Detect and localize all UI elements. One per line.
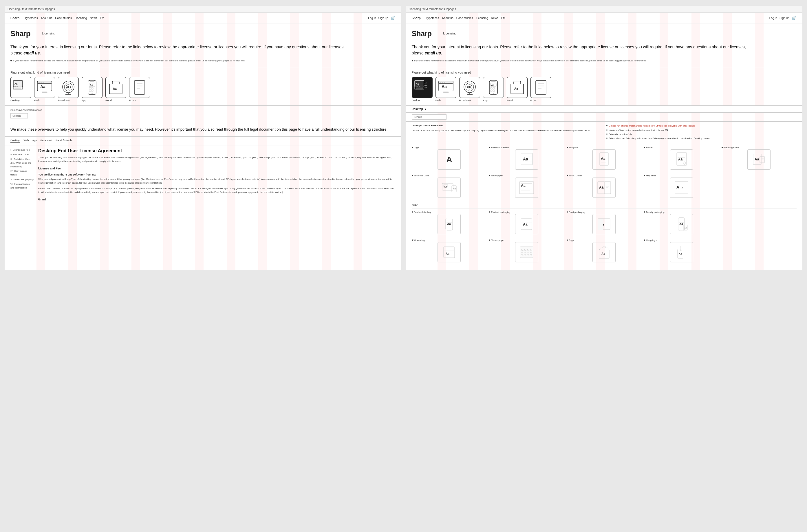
nav-right-left: Log in Sign up 🛒 xyxy=(368,16,395,20)
license-app-left[interactable]: Aa App xyxy=(82,77,102,102)
left-panel-label: Licensing / text formats for subpages xyxy=(5,6,401,13)
nav-typefaces-left[interactable]: Typefaces xyxy=(25,17,38,20)
nav-licensing-right[interactable]: Licensing xyxy=(476,17,488,20)
svg-rect-28 xyxy=(89,90,91,92)
use-case-woven-tag: Woven tag Aa xyxy=(412,239,487,264)
brand-name-left: Sharp xyxy=(11,29,31,38)
nav-cart-right[interactable]: 🛒 xyxy=(792,16,796,20)
toc-text-4: Copying and transfer xyxy=(11,170,27,176)
nav-typefaces-right[interactable]: Typefaces xyxy=(426,17,439,20)
nav-news-left[interactable]: News xyxy=(90,17,97,20)
license-app-box-left[interactable]: Aa xyxy=(82,77,102,98)
svg-text:Aa: Aa xyxy=(442,84,447,89)
license-app-box-right[interactable]: Aa xyxy=(483,77,504,98)
license-desktop-left[interactable]: Aa Aa Aa Desktop xyxy=(11,77,31,102)
svg-text:Aa: Aa xyxy=(514,87,518,90)
license-broadcast-box-right[interactable]: Aa xyxy=(459,77,480,98)
svg-text:Aa: Aa xyxy=(453,187,456,190)
nav-signup-right[interactable]: Sign up xyxy=(780,17,789,20)
overview-controls-left xyxy=(11,113,396,118)
svg-rect-29 xyxy=(92,90,93,92)
nav-login-right[interactable]: Log in xyxy=(769,17,777,20)
tab-desktop-left[interactable]: Desktop xyxy=(11,139,20,143)
license-epub-left[interactable]: E pub xyxy=(129,77,150,102)
hero-notice-left: If your licensing requirements exceed th… xyxy=(11,59,396,62)
nav-aboutus-right[interactable]: About us xyxy=(442,17,453,20)
license-desktop-right[interactable]: Aa Aa Aa Aa Aa Aa Desktop xyxy=(412,77,433,102)
license-retail-right[interactable]: Aa Retail xyxy=(507,77,527,102)
nav-right-right: Log in Sign up 🛒 xyxy=(769,16,796,20)
allowance-text-1: Limited run of retail merchandise items … xyxy=(609,124,695,128)
license-broadcast-right[interactable]: Aa Broadcast xyxy=(459,77,480,102)
toc-item-2[interactable]: II Permitted Uses xyxy=(11,153,34,157)
toc-item-5[interactable]: V intellectual property xyxy=(11,178,34,182)
license-desktop-box-left[interactable]: Aa Aa Aa xyxy=(11,77,31,98)
nav-licensing-left[interactable]: Licensing xyxy=(75,17,87,20)
nav-signup-left[interactable]: Sign up xyxy=(379,17,388,20)
svg-rect-93 xyxy=(760,156,765,163)
svg-rect-109 xyxy=(604,182,611,194)
nav-news-right[interactable]: News xyxy=(491,17,498,20)
license-epub-right[interactable]: E pub xyxy=(531,77,551,102)
nav-login-left[interactable]: Log in xyxy=(368,17,376,20)
toc-item-3[interactable]: III Prohibited Uses (i.e., What Does are… xyxy=(11,157,34,169)
svg-text:a: a xyxy=(681,187,684,190)
use-case-logo: Logo A xyxy=(412,146,487,171)
license-desktop-box-right[interactable]: Aa Aa Aa Aa Aa Aa xyxy=(412,77,433,98)
license-epub-box-left[interactable] xyxy=(129,77,150,98)
tab-broadcast-left[interactable]: Broadcast xyxy=(40,139,52,143)
nav-cart-left[interactable]: 🛒 xyxy=(391,16,396,20)
hero-text1-right: Thank you for your interest in licensing… xyxy=(412,44,746,49)
nav-logo-right: Sharp xyxy=(412,16,421,20)
license-broadcast-box-left[interactable]: Aa xyxy=(58,77,79,98)
desktop-tab-header[interactable]: Desktop ▲ xyxy=(406,106,803,113)
hero-email-right[interactable]: email us. xyxy=(425,51,442,55)
toc-item-1[interactable]: I License and Fee xyxy=(11,148,34,152)
license-web-left[interactable]: Aa Web xyxy=(34,77,55,102)
license-retail-label-right: Retail xyxy=(507,99,513,102)
license-broadcast-left[interactable]: Aa Broadcast xyxy=(58,77,79,102)
toc-item-4[interactable]: IV Copying and transfer xyxy=(11,169,34,177)
toc-item-6[interactable]: VI Indemnification and Termination xyxy=(11,183,34,190)
license-web-box-left[interactable]: Aa xyxy=(34,77,55,98)
use-case-food-packaging: Food packaging Aa xyxy=(567,211,642,235)
hero-email-left[interactable]: email us. xyxy=(23,51,41,55)
left-content: Licensing / text formats for subpages Sh… xyxy=(5,6,401,206)
license-epub-label-left: E pub xyxy=(129,99,136,102)
svg-point-11 xyxy=(42,82,44,83)
overview-search-left[interactable] xyxy=(11,113,28,118)
nav-casestudies-right[interactable]: Case studies xyxy=(456,17,473,20)
svg-rect-44 xyxy=(416,89,422,90)
nav-fm-right[interactable]: FM xyxy=(501,17,505,20)
tab-app-left[interactable]: App xyxy=(32,139,37,143)
use-case-business-card: Business Card Aa Aa xyxy=(412,174,487,199)
bullet-1 xyxy=(606,125,608,126)
license-retail-box-right[interactable]: Aa xyxy=(507,77,527,98)
nav-casestudies-left[interactable]: Case studies xyxy=(55,17,72,20)
main-wrapper: Licensing / text formats for subpages Sh… xyxy=(0,0,807,276)
license-web-box-right[interactable]: Aa xyxy=(436,77,456,98)
use-case-print-spacer xyxy=(722,174,797,199)
svg-point-30 xyxy=(92,93,93,94)
use-case-book-cover: Book / Cover Aa xyxy=(567,174,642,199)
eula-text1-left: With your full payment to Sharp Type of … xyxy=(38,177,396,185)
license-web-right[interactable]: Aa Web xyxy=(436,77,456,102)
svg-rect-74 xyxy=(536,80,546,94)
toc-roman-3: III xyxy=(11,158,13,160)
eula-title-left: Desktop End User License Agreement xyxy=(38,148,396,153)
svg-point-51 xyxy=(442,82,443,83)
nav-aboutus-left[interactable]: About us xyxy=(41,17,52,20)
license-retail-box-left[interactable]: Aa xyxy=(105,77,126,98)
nav-fm-left[interactable]: FM xyxy=(100,17,104,20)
use-case-row3-spacer xyxy=(722,211,797,235)
left-overview: Select overview from above xyxy=(5,106,401,124)
eula-content-left: Desktop End User License Agreement Thank… xyxy=(38,148,396,203)
desktop-search-input[interactable] xyxy=(412,114,446,120)
tab-retail-left[interactable]: Retail / Merch xyxy=(56,139,72,143)
tab-web-left[interactable]: Web xyxy=(23,139,29,143)
license-app-right[interactable]: Aa App xyxy=(483,77,504,102)
right-hero: Thank you for your interest in licensing… xyxy=(406,41,803,67)
license-retail-left[interactable]: Aa Retail xyxy=(105,77,126,102)
svg-rect-69 xyxy=(491,90,492,92)
license-epub-box-right[interactable] xyxy=(531,77,551,98)
